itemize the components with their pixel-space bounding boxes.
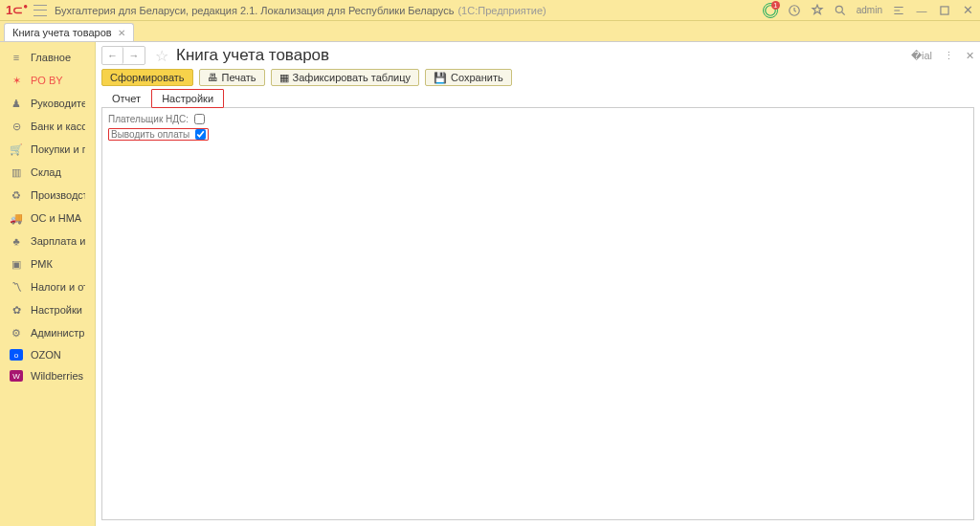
app-suffix: (1С:Предприятие) <box>457 5 546 16</box>
gear-icon: ✿ <box>10 303 23 317</box>
subtab-report[interactable]: Отчет <box>101 89 151 108</box>
cog-icon: ⚙ <box>10 326 23 340</box>
menu-icon[interactable] <box>33 5 47 16</box>
app-titlebar: 1⊂● Бухгалтерия для Беларуси, редакция 2… <box>0 0 980 21</box>
vat-payer-label: Плательщик НДС: <box>108 114 189 124</box>
sidebar-item-production[interactable]: ♻Производство <box>0 184 95 207</box>
sidebar-item-hr[interactable]: ♣Зарплата и кадры <box>0 230 95 252</box>
toolbar: Сформировать 🖶Печать ▦Зафиксировать табл… <box>101 69 974 86</box>
person-icon: ♟ <box>10 97 23 110</box>
main-area: ← → ☆ Книга учета товаров �ial ⋮ ✕ Сформ… <box>96 42 980 526</box>
user-label[interactable]: admin <box>857 5 882 15</box>
tab-label: Книга учета товаров <box>12 27 112 38</box>
box-icon: ▥ <box>10 165 23 179</box>
minimize-icon[interactable]: — <box>915 4 928 17</box>
print-icon: 🖶 <box>208 72 218 83</box>
sidebar-item-main[interactable]: ≡Главное <box>0 46 95 69</box>
show-payments-row: Выводить оплаты <box>108 128 209 141</box>
save-button[interactable]: 💾Сохранить <box>425 69 512 86</box>
vat-payer-checkbox[interactable] <box>194 114 205 124</box>
close-page-icon[interactable]: ✕ <box>966 50 974 62</box>
truck-icon: 🚚 <box>10 211 23 225</box>
tab-strip: Книга учета товаров ✕ <box>0 21 980 42</box>
grid-icon: ▦ <box>279 72 289 84</box>
star-icon: ✶ <box>10 74 23 87</box>
piggy-icon: ⊝ <box>10 120 23 133</box>
sidebar: ≡Главное ✶PO BY ♟Руководителю ⊝Банк и ка… <box>0 42 96 526</box>
generate-button[interactable]: Сформировать <box>101 69 193 86</box>
sidebar-item-ozon[interactable]: oOZON <box>0 344 95 365</box>
svg-point-2 <box>835 6 842 12</box>
maximize-icon[interactable] <box>938 4 951 17</box>
show-payments-checkbox[interactable] <box>195 129 206 140</box>
search-icon[interactable] <box>834 4 847 17</box>
settings-panel: Плательщик НДС: Выводить оплаты <box>101 108 974 520</box>
sidebar-item-bank[interactable]: ⊝Банк и касса <box>0 115 95 138</box>
page-header: ← → ☆ Книга учета товаров �ial ⋮ ✕ <box>101 46 974 65</box>
sidebar-item-poby[interactable]: ✶PO BY <box>0 69 95 92</box>
sidebar-item-admin[interactable]: ⚙Администрирование <box>0 321 95 344</box>
options-icon[interactable] <box>892 4 905 17</box>
people-icon: ♣ <box>10 234 23 248</box>
sidebar-item-wb[interactable]: WWildberries <box>0 365 95 386</box>
ozon-icon: o <box>10 349 23 361</box>
forward-button[interactable]: → <box>123 47 145 64</box>
notification-badge: 1 <box>771 1 780 10</box>
app-title: Бухгалтерия для Беларуси, редакция 2.1. … <box>55 5 454 16</box>
notification-icon[interactable]: 1 <box>763 3 778 18</box>
cart-icon: 🛒 <box>10 142 23 156</box>
save-icon: 💾 <box>434 72 447 84</box>
favorite-icon[interactable] <box>811 4 824 17</box>
history-icon[interactable] <box>788 4 801 17</box>
home-icon: ≡ <box>10 51 23 64</box>
show-payments-label: Выводить оплаты <box>111 129 189 140</box>
sidebar-item-sales[interactable]: 🛒Покупки и продажи <box>0 138 95 161</box>
subtab-bar: Отчет Настройки <box>101 88 974 108</box>
close-icon[interactable]: ✕ <box>961 4 974 17</box>
fix-table-button[interactable]: ▦Зафиксировать таблицу <box>271 69 419 86</box>
vat-payer-row: Плательщик НДС: <box>108 114 968 124</box>
chart-icon: 〽 <box>10 280 23 294</box>
svg-rect-3 <box>941 6 948 13</box>
sidebar-item-taxes[interactable]: 〽Налоги и отчетность <box>0 275 95 298</box>
app-logo: 1⊂● <box>6 3 28 17</box>
subtab-settings[interactable]: Настройки <box>151 89 224 108</box>
sidebar-item-rmk[interactable]: ▣РМК <box>0 252 95 275</box>
tab-close-icon[interactable]: ✕ <box>118 28 125 38</box>
sidebar-item-warehouse[interactable]: ▥Склад <box>0 161 95 184</box>
back-button[interactable]: ← <box>102 47 123 64</box>
page-title: Книга учета товаров <box>176 46 329 65</box>
tab-book[interactable]: Книга учета товаров ✕ <box>4 23 134 41</box>
wb-icon: W <box>10 370 23 382</box>
more-icon[interactable]: ⋮ <box>944 50 954 62</box>
link-icon[interactable]: �ial <box>911 50 932 62</box>
sidebar-item-manager[interactable]: ♟Руководителю <box>0 92 95 115</box>
sidebar-item-settings[interactable]: ✿Настройки учета <box>0 298 95 321</box>
print-button[interactable]: 🖶Печать <box>199 69 265 86</box>
rmk-icon: ▣ <box>10 257 23 271</box>
favorite-toggle[interactable]: ☆ <box>155 47 168 65</box>
factory-icon: ♻ <box>10 188 23 202</box>
sidebar-item-assets[interactable]: 🚚ОС и НМА <box>0 207 95 230</box>
